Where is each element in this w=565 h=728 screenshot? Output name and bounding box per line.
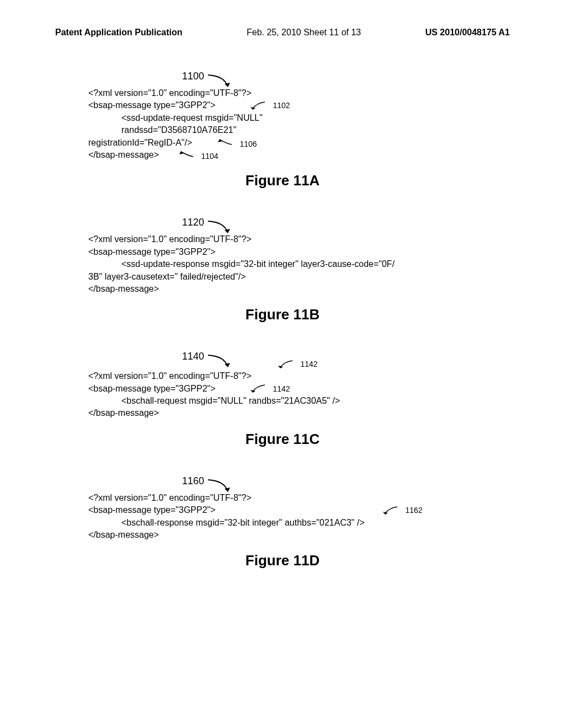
curve-arrow-icon	[381, 505, 403, 516]
figure-caption: Figure 11C	[55, 431, 510, 448]
callout-label: 1102	[273, 101, 290, 110]
code-line: 3B" layer3-causetext=" failed/rejected"/…	[88, 271, 488, 283]
callout-label: 1142	[273, 384, 290, 393]
figure-caption: Figure 11D	[55, 552, 510, 569]
fig-a-refnum: 1100	[182, 71, 204, 82]
curve-arrow-icon	[248, 100, 270, 111]
fig-c-refnum: 1140	[182, 351, 204, 362]
fig-b-refnum: 1120	[182, 217, 204, 228]
code-line: <bsap-message type="3GPP2">	[88, 246, 488, 258]
code-line: </bsap-message>	[88, 407, 488, 419]
figure-11c-block: 1140 1142 <?xml version="1.0" encoding="…	[55, 351, 510, 448]
page-header: Patent Application Publication Feb. 25, …	[55, 28, 510, 38]
figure-11a-block: 1100 <?xml version="1.0" encoding="UTF-8…	[55, 71, 510, 189]
curve-arrow-icon	[276, 359, 298, 370]
code-line: <bsap-message type="3GPP2">	[88, 505, 216, 515]
curve-arrow-icon	[208, 351, 236, 370]
callout-label: 1104	[201, 152, 218, 160]
code-line: registrationId="RegID-A"/>	[88, 138, 192, 147]
fig-d-code: <?xml version="1.0" encoding="UTF-8"?> <…	[88, 492, 488, 542]
code-line: <bsap-message type="3GPP2">	[88, 384, 216, 393]
figure-caption: Figure 11A	[55, 172, 510, 189]
header-right: US 2010/0048175 A1	[425, 28, 510, 38]
code-line: </bsap-message>	[88, 529, 488, 541]
curve-arrow-icon	[248, 383, 270, 394]
header-left: Patent Application Publication	[55, 28, 183, 38]
figure-11d-block: 1160 <?xml version="1.0" encoding="UTF-8…	[55, 475, 510, 570]
figure-11b-block: 1120 <?xml version="1.0" encoding="UTF-8…	[55, 217, 510, 323]
code-line: <bschall-request msgid="NULL" randbs="21…	[88, 395, 488, 407]
callout-label: 1106	[239, 140, 257, 148]
code-line: <?xml version="1.0" encoding="UTF-8"?>	[88, 370, 488, 382]
code-line: <bschall-response msgid="32-bit integer"…	[88, 517, 488, 529]
code-line: <?xml version="1.0" encoding="UTF-8"?>	[88, 233, 488, 245]
fig-a-code: <?xml version="1.0" encoding="UTF-8"?> <…	[88, 87, 488, 161]
fig-c-code: <?xml version="1.0" encoding="UTF-8"?> <…	[88, 370, 488, 420]
header-mid: Feb. 25, 2010 Sheet 11 of 13	[247, 28, 361, 38]
code-line: <ssd-update-response msgid="32-bit integ…	[88, 258, 488, 270]
code-line: <ssd-update-request msgid="NULL"	[88, 112, 488, 124]
curve-arrow-icon	[215, 138, 237, 148]
code-line: <bsap-message type="3GPP2">	[88, 100, 216, 110]
curve-arrow-icon	[177, 150, 199, 160]
callout-label: 1142	[300, 360, 317, 369]
code-line: <?xml version="1.0" encoding="UTF-8"?>	[88, 87, 488, 99]
callout-label: 1162	[405, 506, 422, 515]
fig-d-refnum: 1160	[182, 475, 204, 486]
code-line: <?xml version="1.0" encoding="UTF-8"?>	[88, 492, 488, 504]
figure-caption: Figure 11B	[55, 306, 510, 323]
code-line: randssd="D3568710A76E21"	[88, 124, 488, 136]
fig-b-code: <?xml version="1.0" encoding="UTF-8"?> <…	[88, 233, 488, 295]
code-line: </bsap-message>	[88, 283, 488, 295]
code-line: </bsap-message>	[88, 150, 159, 159]
